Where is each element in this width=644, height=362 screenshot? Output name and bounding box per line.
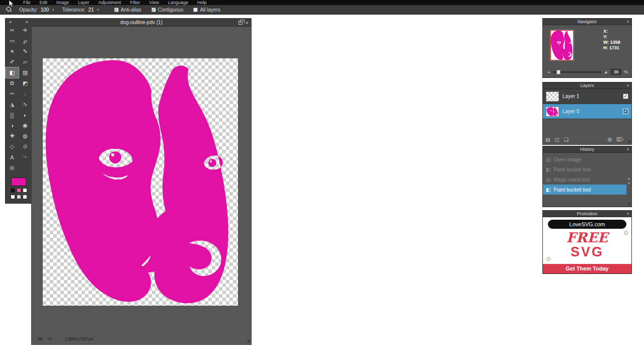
- zoom-value[interactable]: 36: [38, 336, 43, 341]
- scroll-down-icon[interactable]: ▼: [627, 182, 630, 185]
- menu-item[interactable]: Help: [197, 0, 207, 5]
- layer-name[interactable]: Layer 1: [562, 94, 619, 99]
- menu-item[interactable]: View: [149, 0, 159, 5]
- tool-button[interactable]: ∿: [19, 99, 32, 110]
- tool-button[interactable]: ℘: [19, 36, 32, 46]
- close-panel-icon[interactable]: ×: [627, 19, 629, 25]
- tool-button[interactable]: ✏: [6, 88, 19, 99]
- promotion-ad[interactable]: LoveSVG.com ✿ ✿ FREE SVG Get Them Today: [543, 217, 631, 274]
- history-entry[interactable]: ◧ Paint bucket tool: [543, 164, 626, 174]
- layer-visibility-checkbox[interactable]: [623, 94, 628, 99]
- foreground-swatch[interactable]: [11, 177, 26, 186]
- tool-button[interactable]: A: [6, 152, 19, 162]
- tool-button[interactable]: ◉: [19, 120, 32, 131]
- tool-button[interactable]: ◧: [6, 67, 19, 78]
- panel-title: Layers: [580, 83, 594, 88]
- option-checkbox[interactable]: Contiguous: [151, 7, 184, 13]
- resize-grip-icon[interactable]: ◢: [627, 201, 630, 206]
- resize-grip-icon[interactable]: ◢: [627, 139, 630, 143]
- opacity-value[interactable]: 100: [41, 7, 49, 13]
- tool-button[interactable]: ◇: [6, 141, 19, 152]
- collapse-left-icon[interactable]: ◂: [9, 20, 11, 24]
- layer-adjust-icon[interactable]: ◫: [554, 137, 559, 142]
- option-checkbox[interactable]: All layers: [193, 7, 220, 13]
- zoom-slider[interactable]: [553, 71, 601, 73]
- color-swatch[interactable]: [17, 195, 21, 199]
- tool-button[interactable]: ◮: [6, 99, 19, 110]
- checkbox-icon[interactable]: [193, 8, 198, 12]
- history-entry[interactable]: ▤ Open image: [543, 154, 626, 164]
- tool-button[interactable]: ⧉: [6, 78, 19, 88]
- layer-thumbnail[interactable]: [546, 92, 559, 102]
- tool-button[interactable]: ✐: [6, 57, 19, 67]
- checkbox-icon[interactable]: [114, 8, 119, 12]
- delete-layer-icon[interactable]: ⌦: [616, 137, 623, 142]
- close-panel-icon[interactable]: ×: [627, 82, 629, 89]
- tool-icon: ◎: [10, 164, 15, 171]
- layer-row[interactable]: Layer 1: [543, 89, 631, 104]
- tolerance-value[interactable]: 21: [89, 7, 94, 13]
- navigator-zoom-value[interactable]: 36: [611, 69, 621, 75]
- layer-visibility-checkbox[interactable]: [623, 109, 628, 114]
- history-entry[interactable]: ▤ Magic wand tool: [543, 174, 626, 185]
- color-swatch[interactable]: [23, 188, 27, 193]
- tool-button[interactable]: ▨: [19, 67, 32, 78]
- menu-item[interactable]: File: [23, 0, 31, 5]
- restore-window-icon[interactable]: [238, 21, 243, 25]
- close-document-icon[interactable]: ×: [246, 19, 249, 27]
- tool-button[interactable]: ✶: [6, 46, 19, 57]
- menu-item[interactable]: Edit: [40, 0, 48, 5]
- layer-row[interactable]: Layer 0: [543, 104, 631, 119]
- tool-button[interactable]: ⊙: [19, 141, 32, 152]
- tool-button[interactable]: ◍: [19, 131, 32, 141]
- resize-grip-icon[interactable]: ◢: [247, 338, 250, 343]
- tool-button[interactable]: ◑: [6, 120, 19, 131]
- option-checkbox[interactable]: Anti-alias: [114, 7, 141, 13]
- tool-button[interactable]: ◎: [6, 162, 19, 173]
- menu-item[interactable]: Adjustment: [99, 0, 121, 5]
- zoom-in-icon[interactable]: ▲: [604, 69, 608, 74]
- color-swatch[interactable]: [11, 195, 15, 199]
- close-panel-icon[interactable]: ×: [627, 146, 629, 153]
- chevron-down-icon[interactable]: ▾: [52, 8, 54, 12]
- tool-button[interactable]: ◩: [19, 78, 32, 88]
- promo-brand[interactable]: LoveSVG.com: [548, 220, 626, 229]
- tool-button[interactable]: ✚: [6, 131, 19, 141]
- tool-icon: ▨: [23, 69, 28, 76]
- checkbox-icon[interactable]: [151, 8, 156, 12]
- navigator-thumbnail[interactable]: [550, 30, 574, 61]
- menu-item[interactable]: Layer: [78, 0, 90, 5]
- document-title: dog-outline-pdv (1): [120, 20, 163, 25]
- add-layer-icon[interactable]: ⊞: [607, 137, 611, 142]
- canvas[interactable]: [43, 58, 238, 306]
- close-panel-icon[interactable]: ×: [627, 211, 629, 217]
- tool-button[interactable]: ☞: [19, 152, 32, 162]
- layer-name[interactable]: Layer 0: [562, 109, 619, 114]
- promo-cta-button[interactable]: Get Them Today: [543, 264, 631, 274]
- tool-button[interactable]: ◌: [19, 88, 32, 99]
- tool-options-bar: Opacity: 100 ▾ Tolerance: 21 ▾ Anti-alia…: [0, 5, 644, 15]
- color-swatch[interactable]: [17, 188, 21, 193]
- history-entry[interactable]: ◧ Paint bucket tool: [543, 185, 626, 195]
- scroll-up-icon[interactable]: ▲: [627, 177, 630, 180]
- tool-button[interactable]: ▱: [19, 57, 32, 67]
- collapse-right-icon[interactable]: ▸: [26, 20, 28, 24]
- tool-button[interactable]: ◐: [19, 110, 32, 120]
- menu-item[interactable]: Filter: [130, 0, 140, 5]
- layer-mask-icon[interactable]: ▤: [545, 137, 550, 142]
- tool-button[interactable]: ▒: [6, 110, 19, 120]
- zoom-slider-handle[interactable]: [556, 70, 560, 74]
- document-tab[interactable]: dog-outline-pdv (1) ×: [32, 19, 251, 27]
- menu-item[interactable]: Language: [168, 0, 188, 5]
- layer-thumbnail[interactable]: [546, 107, 559, 117]
- color-swatch[interactable]: [11, 188, 15, 193]
- color-swatch[interactable]: [23, 195, 27, 199]
- tool-button[interactable]: ✛: [19, 25, 32, 36]
- tool-button[interactable]: ✂: [6, 25, 19, 36]
- menu-item[interactable]: Image: [56, 0, 69, 5]
- tool-button[interactable]: ✎: [19, 46, 32, 57]
- layer-group-icon[interactable]: ❏: [564, 137, 569, 142]
- chevron-down-icon[interactable]: ▾: [97, 8, 99, 12]
- zoom-out-icon[interactable]: ▲: [547, 70, 550, 73]
- tool-button[interactable]: ▭: [6, 36, 19, 46]
